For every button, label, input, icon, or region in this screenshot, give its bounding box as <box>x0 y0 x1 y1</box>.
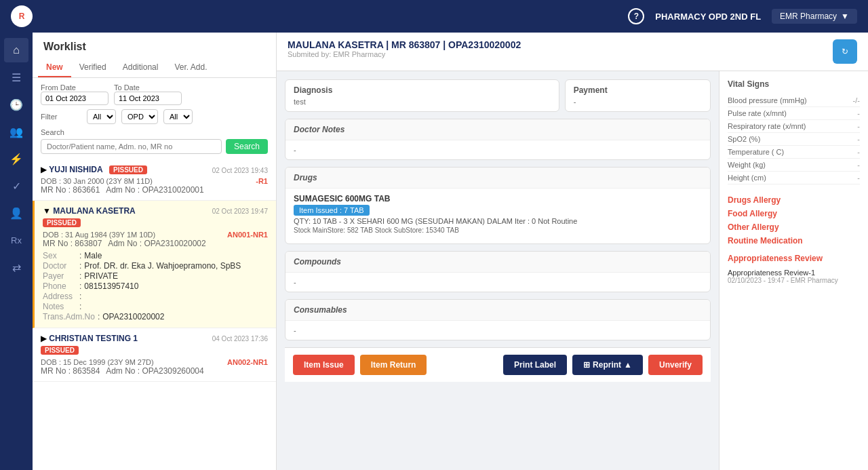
patient-tag: PISSUED <box>41 346 79 355</box>
address-label: Address <box>43 292 77 301</box>
patient-details: Sex : Male Doctor : Prof. DR. dr. Eka J.… <box>43 251 268 321</box>
payment-value: - <box>574 98 702 106</box>
nav-transfer[interactable]: ⇄ <box>4 255 28 279</box>
chevron-icon: ▶ <box>41 334 47 343</box>
to-date-input[interactable] <box>114 92 182 105</box>
vital-respiratory-rate: Respiratory rate (x/mnt) - <box>728 120 860 133</box>
doctor-notes-card: Doctor Notes - <box>285 119 711 160</box>
payment-box: Payment - <box>565 79 711 112</box>
vital-spo2: SpO2 (%) - <box>728 133 860 146</box>
vital-height: Height (cm) - <box>728 172 860 184</box>
app-logo[interactable]: R <box>11 5 33 27</box>
notes-label: Notes <box>43 302 77 311</box>
drug-qty: QTY: 10 TAB - 3 X SEHARI 600 MG (SESUDAH… <box>294 217 702 225</box>
filter-select-3[interactable]: All <box>163 109 193 124</box>
vital-pulse-rate: Pulse rate (x/mnt) - <box>728 107 860 120</box>
chevron-icon: ▼ <box>43 206 51 216</box>
patient-tag: PISSUED <box>109 165 147 174</box>
tab-verified[interactable]: Verified <box>71 58 115 77</box>
diagnosis-title: Diagnosis <box>294 85 551 95</box>
main-content: MAULANA KASETRA | MR 863807 | OPA2310020… <box>277 33 868 470</box>
patient-datetime: 02 Oct 2023 19:47 <box>212 208 268 215</box>
appropriateness-sub: 02/10/2023 - 19:47 - EMR Pharmacy <box>728 277 860 284</box>
nav-list[interactable]: ☰ <box>4 65 28 90</box>
payer-label: Payer <box>43 271 77 281</box>
reprint-button[interactable]: ⊞ Reprint ▲ <box>572 355 643 375</box>
diagnosis-value: test <box>294 98 551 106</box>
nav-users[interactable]: 👥 <box>4 119 28 144</box>
action-bar: Item Issue Item Return Print Label ⊞ Rep… <box>285 347 711 382</box>
icon-bar: ⌂ ☰ 🕒 👥 ⚡ ✓ 👤 Rx ⇄ <box>0 33 33 470</box>
drugs-card: Drugs SUMAGESIC 600MG TAB Item Issued : … <box>285 167 711 244</box>
patient-dob: DOB : 31 Aug 1984 (39Y 1M 10D) <box>43 231 155 239</box>
patient-adm: AN001-NR1 <box>227 231 268 239</box>
nav-verify[interactable]: ✓ <box>4 174 28 198</box>
from-date-label: From Date <box>41 83 108 92</box>
drugs-allergy-link[interactable]: Drugs Allergy <box>728 195 860 205</box>
doctor-label: Doctor <box>43 261 77 271</box>
tab-new[interactable]: New <box>38 58 71 77</box>
worklist-tabs: New Verified Additional Ver. Add. <box>33 58 276 78</box>
trans-adm-value: OPA2310020002 <box>102 312 164 321</box>
item-return-button[interactable]: Item Return <box>360 355 427 375</box>
doctor-notes-header: Doctor Notes <box>285 119 710 140</box>
compounds-card: Compounds - <box>285 251 711 292</box>
drug-stock: Stock MainStore: 582 TAB Stock SubStore:… <box>294 227 702 234</box>
search-input[interactable] <box>41 139 222 154</box>
help-icon[interactable]: ? <box>628 8 644 24</box>
food-allergy-link[interactable]: Food Allergy <box>728 209 860 218</box>
patient-item-christian[interactable]: ▶ CHRISTIAN TESTING 1 04 Oct 2023 17:36 … <box>33 328 276 382</box>
tab-ver-add[interactable]: Ver. Add. <box>166 58 215 77</box>
vital-blood-pressure: Blood pressure (mmHg) -/- <box>728 94 860 107</box>
nav-history[interactable]: 🕒 <box>4 92 28 117</box>
filter-select-1[interactable]: All <box>87 109 116 124</box>
phone-value: 081513957410 <box>84 281 138 291</box>
nav-home[interactable]: ⌂ <box>4 38 28 62</box>
tab-additional[interactable]: Additional <box>115 58 167 77</box>
search-label: Search <box>41 128 268 136</box>
emr-pharmacy-button[interactable]: EMR Pharmacy ▼ <box>772 9 857 24</box>
sex-label: Sex <box>43 251 77 260</box>
patient-list: ▶ YUJI NISHIDA PISSUED 02 Oct 2023 19:43… <box>33 159 276 470</box>
refresh-button[interactable]: ↻ <box>833 39 857 64</box>
patient-dob: DOB : 30 Jan 2000 (23Y 8M 11D) <box>41 177 153 185</box>
to-date-label: To Date <box>114 83 182 92</box>
diagnosis-box: Diagnosis test <box>285 79 559 112</box>
patient-tag: PISSUED <box>43 218 81 227</box>
patient-mr: MR No : 863584 Adm No : OPA2309260004 <box>41 366 268 376</box>
patient-title: MAULANA KASETRA | MR 863807 | OPA2310020… <box>288 39 521 50</box>
unverify-button[interactable]: Unverify <box>648 355 703 375</box>
from-date-input[interactable] <box>41 92 108 105</box>
nav-profile[interactable]: 👤 <box>4 201 28 225</box>
item-issue-button[interactable]: Item Issue <box>293 355 355 375</box>
drugs-header: Drugs <box>285 168 710 189</box>
payment-title: Payment <box>574 85 702 95</box>
vital-signs-title: Vital Signs <box>728 79 860 89</box>
appropriateness-title: Appropriateness Review <box>728 254 860 263</box>
compounds-header: Compounds <box>285 252 710 273</box>
patient-item-yuji[interactable]: ▶ YUJI NISHIDA PISSUED 02 Oct 2023 19:43… <box>33 159 276 201</box>
filter-select-2[interactable]: OPD <box>121 109 158 124</box>
print-label-button[interactable]: Print Label <box>503 355 567 375</box>
routine-medication-link[interactable]: Routine Medication <box>728 236 860 246</box>
payer-value: PRIVATE <box>84 271 118 281</box>
consumables-card: Consumables - <box>285 299 711 340</box>
patient-item-maulana[interactable]: ▼ MAULANA KASETRA 02 Oct 2023 19:47 PISS… <box>33 201 276 328</box>
search-button[interactable]: Search <box>226 139 268 154</box>
nav-activity[interactable]: ⚡ <box>4 146 28 171</box>
consumables-body: - <box>285 321 710 340</box>
sex-value: Male <box>84 251 102 260</box>
other-allergy-link[interactable]: Other Allergy <box>728 222 860 232</box>
center-panel: Diagnosis test Payment - Doctor Notes - … <box>277 71 719 470</box>
consumables-header: Consumables <box>285 300 710 321</box>
nav-rx[interactable]: Rx <box>4 228 28 252</box>
trans-adm-label: Trans.Adm.No <box>43 312 95 321</box>
right-panel: Vital Signs Blood pressure (mmHg) -/- Pu… <box>719 71 868 470</box>
main-layout: ⌂ ☰ 🕒 👥 ⚡ ✓ 👤 Rx ⇄ Worklist New Verified… <box>0 33 868 470</box>
top-nav: R ? PHARMACY OPD 2ND FL EMR Pharmacy ▼ <box>0 0 868 33</box>
patient-mr: MR No : 863661 Adm No : OPA2310020001 <box>41 185 268 195</box>
drug-badge: Item Issued : 7 TAB <box>294 205 370 216</box>
worklist-panel: Worklist New Verified Additional Ver. Ad… <box>33 33 277 470</box>
patient-adm: AN002-NR1 <box>227 358 268 366</box>
facility-name: PHARMACY OPD 2ND FL <box>655 12 761 22</box>
